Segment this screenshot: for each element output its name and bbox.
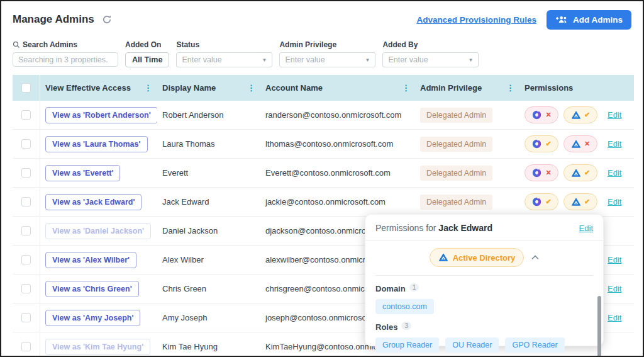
row-checkbox[interactable]: [21, 342, 31, 351]
column-permissions: Permissions: [525, 83, 573, 93]
permission-tag[interactable]: Group Reader: [375, 337, 439, 353]
active-directory-pill[interactable]: Active Directory: [430, 248, 525, 267]
admin-privilege-dropdown[interactable]: Enter value ▼: [279, 52, 375, 67]
chevron-down-icon: ▼: [262, 57, 267, 63]
edit-permissions-link[interactable]: Edit: [608, 110, 621, 120]
granted-check-icon: ✔: [584, 169, 590, 177]
view-as-button[interactable]: View as 'Jack Edward': [45, 194, 142, 210]
section-count-badge: 1: [409, 283, 419, 292]
display-name-cell: Jack Edward: [157, 197, 260, 207]
view-as-button[interactable]: View as 'Laura Thomas': [45, 136, 148, 152]
granted-check-icon: ✔: [584, 198, 590, 206]
display-name-cell: Chris Green: [157, 284, 260, 293]
granted-check-icon: ✔: [545, 198, 551, 206]
select-all-checkbox[interactable]: [21, 83, 31, 93]
m365-permission-pill[interactable]: ✔: [525, 193, 558, 210]
status-dropdown[interactable]: Enter value ▼: [176, 52, 272, 67]
section-tags: contoso.com: [375, 299, 593, 314]
admin-privilege-badge: Delegated Admin: [420, 195, 492, 210]
denied-x-icon: ✕: [545, 169, 551, 177]
ad-permission-pill[interactable]: ✕: [564, 135, 597, 152]
edit-permissions-link[interactable]: Edit: [608, 197, 621, 207]
edit-permissions-link[interactable]: Edit: [608, 168, 621, 178]
row-checkbox[interactable]: [21, 139, 31, 149]
refresh-icon[interactable]: [102, 14, 112, 25]
popup-section: Domain1 contoso.com: [375, 283, 593, 314]
search-icon: [13, 41, 20, 48]
popup-section: Roles3 Group ReaderOU ReaderGPO Reader: [375, 321, 593, 353]
popup-subject: Jack Edward: [438, 223, 492, 233]
row-checkbox[interactable]: [21, 255, 31, 264]
edit-permissions-link[interactable]: Edit: [608, 255, 621, 264]
display-name-cell: Kim Tae Hyung: [157, 342, 260, 351]
ad-permission-pill[interactable]: ✔: [564, 164, 597, 181]
ad-icon: [571, 110, 581, 120]
column-display-name: Display Name: [162, 83, 216, 93]
permission-tag[interactable]: OU Reader: [445, 337, 499, 353]
view-as-button[interactable]: View as 'Chris Green': [45, 281, 139, 297]
m365-icon: [531, 167, 542, 178]
denied-x-icon: ✕: [584, 140, 590, 148]
granted-check-icon: ✔: [584, 111, 590, 119]
display-name-cell: Daniel Jackson: [157, 226, 260, 235]
denied-x-icon: ✕: [545, 111, 551, 119]
permission-pills: ✕✔: [525, 164, 601, 181]
edit-permissions-link[interactable]: Edit: [608, 139, 621, 149]
column-view-effective-access: View Effective Access: [45, 83, 131, 93]
row-checkbox[interactable]: [21, 226, 31, 235]
permission-tag[interactable]: contoso.com: [375, 299, 434, 314]
add-users-icon: [555, 15, 569, 24]
m365-permission-pill[interactable]: ✕: [525, 106, 558, 123]
admin-privilege-badge: Delegated Admin: [420, 166, 492, 181]
active-directory-icon: [438, 252, 448, 263]
chevron-up-icon[interactable]: [531, 255, 539, 260]
row-checkbox[interactable]: [21, 197, 31, 207]
view-as-button[interactable]: View as 'Alex Wilber': [45, 252, 136, 268]
manage-admins-screen: { "header": { "title": "Manage Admins", …: [0, 0, 644, 357]
column-admin-privilege: Admin Privilege: [420, 83, 482, 93]
view-as-button[interactable]: View as 'Kim Tae Hyung': [45, 339, 150, 355]
popup-edit-link[interactable]: Edit: [579, 224, 593, 233]
permission-pills: ✔✔: [525, 193, 601, 210]
granted-check-icon: ✔: [545, 140, 551, 148]
popup-scrollbar[interactable]: [597, 296, 601, 357]
status-label: Status: [176, 40, 272, 49]
permission-tag[interactable]: GPO Reader: [505, 337, 564, 353]
ad-permission-pill[interactable]: ✔: [564, 106, 597, 123]
row-checkbox[interactable]: [21, 313, 31, 322]
m365-permission-pill[interactable]: ✔: [525, 135, 558, 152]
add-admins-button[interactable]: Add Admins: [547, 10, 631, 30]
view-as-button[interactable]: View as 'Amy Joseph': [45, 310, 140, 326]
m365-permission-pill[interactable]: ✕: [525, 164, 558, 181]
ad-permission-pill[interactable]: ✔: [564, 193, 597, 210]
m365-icon: [531, 196, 542, 207]
section-label: Roles: [375, 322, 397, 332]
add-admins-label: Add Admins: [573, 15, 623, 25]
admin-privilege-badge: Delegated Admin: [420, 108, 492, 123]
view-as-button[interactable]: View as 'Daniel Jackson': [45, 223, 151, 239]
column-menu-icon[interactable]: ⋮: [144, 83, 152, 93]
view-as-button[interactable]: View as 'Robert Anderson': [45, 107, 157, 123]
edit-permissions-link[interactable]: Edit: [608, 313, 621, 322]
added-on-label: Added On: [125, 40, 169, 49]
account-name-cell: randerson@contoso.onmicrosoft.com: [260, 110, 415, 120]
column-menu-icon[interactable]: ⋮: [247, 83, 255, 93]
display-name-cell: Laura Thomas: [157, 139, 260, 149]
row-checkbox[interactable]: [21, 284, 31, 293]
view-as-button[interactable]: View as 'Everett': [45, 165, 120, 181]
added-by-dropdown[interactable]: Enter value ▼: [382, 52, 479, 67]
column-menu-icon[interactable]: ⋮: [402, 83, 410, 93]
search-input[interactable]: [13, 52, 118, 67]
column-menu-icon[interactable]: ⋮: [506, 83, 514, 93]
account-name-cell: lthomas@contoso.onmicrosoft.com: [260, 139, 415, 149]
advanced-provisioning-rules-link[interactable]: Advanced Provisioning Rules: [416, 15, 536, 25]
m365-icon: [531, 110, 542, 120]
edit-permissions-link[interactable]: Edit: [608, 284, 621, 293]
row-checkbox[interactable]: [21, 168, 31, 178]
account-name-cell: jackie@contoso.onmicrosoft.com: [260, 197, 415, 207]
ad-icon: [571, 197, 581, 207]
added-on-filter-button[interactable]: All Time: [125, 52, 169, 67]
row-checkbox[interactable]: [21, 110, 31, 120]
permission-pills: ✔✕: [525, 135, 601, 152]
section-tags: Group ReaderOU ReaderGPO Reader: [375, 337, 593, 353]
